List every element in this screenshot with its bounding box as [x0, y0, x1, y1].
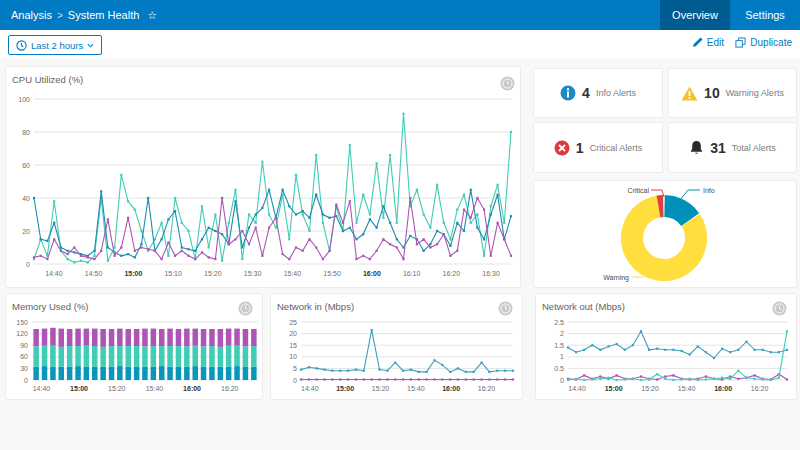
svg-text:15:00: 15:00 [605, 385, 623, 392]
favorite-star-icon[interactable]: ☆ [147, 9, 157, 22]
critical-alerts-value: 1 [576, 140, 584, 156]
info-alerts-value: 4 [582, 85, 590, 101]
svg-text:1.5: 1.5 [554, 342, 564, 349]
svg-text:14:40: 14:40 [301, 385, 319, 392]
breadcrumb-separator: > [57, 10, 63, 21]
svg-text:25: 25 [289, 319, 297, 326]
svg-text:20: 20 [22, 228, 30, 235]
page-title: System Health [68, 9, 140, 21]
cpu-chart: 02040608010014:4014:5015:0015:1015:2015:… [6, 67, 520, 287]
cpu-panel: 02040608010014:4014:5015:0015:1015:2015:… [5, 66, 521, 288]
cpu-panel-title: CPU Utilized (%) [12, 74, 83, 85]
svg-text:15:40: 15:40 [146, 385, 164, 392]
memory-panel: 030609012015014:4015:0015:2015:4016:0016… [5, 293, 263, 400]
svg-text:15:20: 15:20 [372, 385, 390, 392]
critical-icon [554, 140, 570, 156]
duplicate-icon [735, 37, 746, 48]
duplicate-label: Duplicate [750, 37, 792, 48]
svg-text:0: 0 [26, 261, 30, 268]
duplicate-button[interactable]: Duplicate [735, 37, 792, 48]
critical-alerts-card: 1 Critical Alerts [533, 122, 663, 173]
svg-text:80: 80 [22, 129, 30, 136]
svg-text:15:40: 15:40 [678, 385, 696, 392]
svg-text:0.5: 0.5 [554, 365, 564, 372]
svg-text:16:00: 16:00 [183, 385, 201, 392]
svg-text:5: 5 [293, 365, 297, 372]
time-filter-label: Last 2 hours [31, 40, 83, 51]
tab-overview[interactable]: Overview [660, 0, 730, 30]
critical-alerts-label: Critical Alerts [590, 143, 643, 153]
svg-text:16:20: 16:20 [478, 385, 496, 392]
network-out-panel: 00.511.522.514:4015:0015:2015:4016:0016:… [535, 293, 797, 400]
cpu-clock-icon[interactable] [500, 75, 516, 91]
svg-text:0: 0 [293, 377, 297, 384]
svg-text:Critical: Critical [628, 187, 650, 194]
tab-settings[interactable]: Settings [730, 0, 800, 30]
warning-alerts-value: 10 [704, 85, 720, 101]
svg-text:14:40: 14:40 [568, 385, 586, 392]
svg-text:15:00: 15:00 [70, 385, 88, 392]
svg-text:16:20: 16:20 [443, 270, 461, 277]
svg-text:15:00: 15:00 [336, 385, 354, 392]
network-out-clock-icon[interactable] [772, 300, 788, 316]
warning-icon [681, 86, 698, 101]
svg-text:15:30: 15:30 [244, 270, 262, 277]
svg-text:15:20: 15:20 [108, 385, 126, 392]
svg-text:120: 120 [16, 330, 28, 337]
svg-text:15:20: 15:20 [204, 270, 222, 277]
app-header: Analysis > System Health ☆ Overview Sett… [0, 0, 800, 30]
network-in-panel: 051015202514:4015:0015:2015:4016:0016:20… [270, 293, 523, 400]
breadcrumb: Analysis > System Health ☆ [0, 9, 157, 22]
svg-text:15: 15 [289, 342, 297, 349]
svg-text:100: 100 [18, 96, 30, 103]
alerts-donut-panel: CriticalInfoWarning [533, 180, 797, 288]
network-in-panel-title: Network in (Mbps) [277, 301, 354, 312]
time-filter-button[interactable]: Last 2 hours [8, 35, 102, 55]
info-alerts-label: Info Alerts [596, 88, 636, 98]
svg-text:0: 0 [24, 377, 28, 384]
network-in-clock-icon[interactable] [498, 300, 514, 316]
alerts-donut-chart: CriticalInfoWarning [534, 181, 796, 287]
total-alerts-label: Total Alerts [732, 143, 776, 153]
info-icon [560, 85, 576, 101]
svg-text:16:20: 16:20 [221, 385, 239, 392]
svg-text:15:40: 15:40 [407, 385, 425, 392]
svg-text:15:40: 15:40 [284, 270, 302, 277]
svg-text:15:00: 15:00 [124, 270, 142, 277]
pencil-icon [692, 37, 703, 48]
svg-text:90: 90 [20, 342, 28, 349]
svg-text:16:00: 16:00 [442, 385, 460, 392]
svg-text:10: 10 [289, 353, 297, 360]
memory-clock-icon[interactable] [238, 300, 254, 316]
svg-text:16:00: 16:00 [714, 385, 732, 392]
svg-text:Warning: Warning [603, 274, 629, 282]
edit-button[interactable]: Edit [692, 37, 724, 48]
svg-text:60: 60 [20, 353, 28, 360]
svg-text:16:00: 16:00 [363, 270, 381, 277]
svg-text:1: 1 [560, 353, 564, 360]
svg-text:60: 60 [22, 162, 30, 169]
svg-text:Info: Info [703, 187, 715, 194]
memory-panel-title: Memory Used (%) [12, 301, 89, 312]
toolbar: Last 2 hours Edit Duplicate [0, 30, 800, 59]
svg-text:30: 30 [20, 365, 28, 372]
breadcrumb-root[interactable]: Analysis [11, 9, 52, 21]
svg-text:15:50: 15:50 [323, 270, 341, 277]
svg-text:16:20: 16:20 [751, 385, 769, 392]
svg-text:2: 2 [560, 330, 564, 337]
svg-text:15:10: 15:10 [164, 270, 182, 277]
total-alerts-card: 31 Total Alerts [668, 122, 797, 173]
header-tabs: Overview Settings [660, 0, 800, 30]
svg-text:150: 150 [16, 319, 28, 326]
total-alerts-value: 31 [710, 140, 726, 156]
info-alerts-card: 4 Info Alerts [533, 68, 663, 118]
svg-text:0: 0 [560, 377, 564, 384]
warning-alerts-label: Warning Alerts [726, 88, 784, 98]
svg-text:2.5: 2.5 [554, 319, 564, 326]
clock-icon [16, 40, 27, 51]
svg-text:14:50: 14:50 [85, 270, 103, 277]
bell-icon [689, 140, 704, 156]
svg-text:16:30: 16:30 [482, 270, 500, 277]
svg-text:16:10: 16:10 [403, 270, 421, 277]
svg-text:14:40: 14:40 [33, 385, 51, 392]
